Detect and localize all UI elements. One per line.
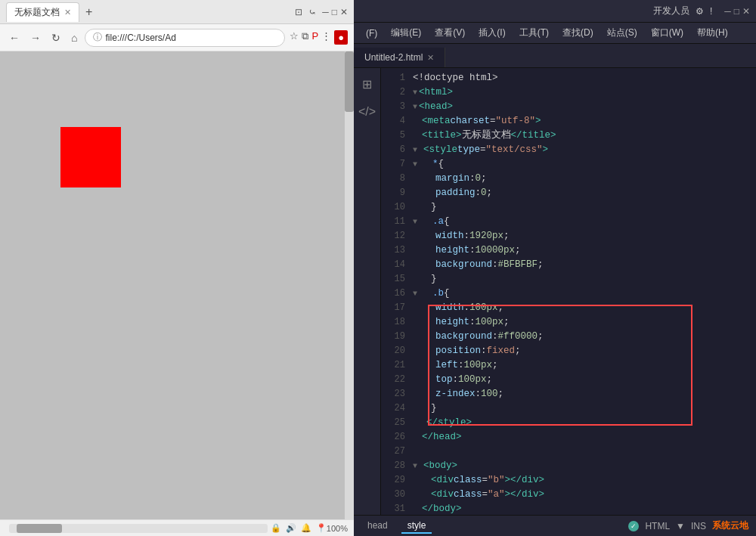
code-line-20: 20 position: fixed; [381, 344, 756, 358]
horizontal-scrollbar[interactable] [9, 524, 268, 533]
maximize-button[interactable]: □ [332, 7, 337, 17]
browser-scrollbar[interactable] [345, 51, 354, 519]
minimize-button[interactable]: ─ [322, 7, 329, 17]
close-tab-icon[interactable]: ✕ [64, 8, 71, 17]
menu-file[interactable]: (F) [360, 26, 383, 40]
reload-button[interactable]: ↻ [48, 30, 64, 45]
code-line-29: 29 <div class="b"></div> [381, 473, 756, 488]
fold-28[interactable]: ▼ [413, 459, 417, 473]
editor-sidebar: ⊞ </> [354, 68, 381, 515]
code-line-14: 14 background: #BFBFBF; [381, 258, 756, 272]
code-line-22: 22 top: 100px; [381, 373, 756, 387]
address-text: file:///C:/Users/Ad [105, 33, 175, 43]
lock-icon: ⓘ [93, 31, 102, 44]
editor-footer: head style ✓ HTML ▼ INS 系统云地 [354, 515, 756, 536]
refresh-icon[interactable]: ⤿ [308, 7, 316, 17]
editor-menu-bar: (F) 编辑(E) 查看(V) 插入(I) 工具(T) 查找(D) 站点(S) … [354, 23, 756, 44]
menu-help[interactable]: 帮助(H) [691, 25, 734, 41]
editor-tab-close-icon[interactable]: ✕ [427, 53, 434, 63]
editor-tab-file[interactable]: Untitled-2.html ✕ [354, 48, 445, 67]
pdf-icon[interactable]: P [311, 30, 318, 45]
menu-find[interactable]: 查找(D) [556, 25, 600, 41]
browser-action-icon[interactable]: ● [334, 30, 348, 45]
menu-icon[interactable]: ⋮ [321, 30, 331, 45]
menu-insert[interactable]: 插入(I) [472, 25, 511, 41]
fold-6[interactable]: ▼ [413, 143, 417, 157]
new-tab-button[interactable]: + [82, 5, 95, 19]
home-button[interactable]: ⌂ [68, 30, 80, 45]
notification-icon: 🔔 [301, 523, 311, 533]
code-line-28: 28 ▼ <body> [381, 459, 756, 473]
forward-button[interactable]: → [27, 30, 44, 45]
code-line-21: 21 left: 100px; [381, 358, 756, 373]
settings-icon[interactable]: ⚙ [696, 6, 704, 17]
security-icon: 🔒 [271, 523, 281, 533]
code-line-9: 9 padding: 0; [381, 186, 756, 200]
code-line-8: 8 margin: 0; [381, 172, 756, 186]
code-line-18: 18 height: 100px; [381, 315, 756, 330]
code-line-1: 1 <!doctype html> [381, 71, 756, 85]
dev-tools-label: 开发人员 [653, 5, 689, 17]
menu-window[interactable]: 窗口(W) [645, 25, 689, 41]
editor-minimize-button[interactable]: ─ [724, 6, 731, 17]
editor-body: ⊞ </> 1 <!doctype html> 2 ▼ <html> 3 [354, 68, 756, 515]
code-line-26: 26 </head> [381, 430, 756, 445]
code-line-31: 31 </body> [381, 502, 756, 515]
code-line-6: 6 ▼ <style type="text/css"> [381, 143, 756, 157]
code-line-4: 4 <meta charset="utf-8"> [381, 114, 756, 129]
titlebar-controls: ⊡ ⤿ ─ □ ✕ [295, 7, 348, 17]
close-button[interactable]: ✕ [340, 7, 348, 17]
h-scrollbar-thumb[interactable] [17, 524, 62, 533]
location-icon: 📍 [316, 523, 327, 533]
back-button[interactable]: ← [6, 30, 23, 45]
menu-edit[interactable]: 编辑(E) [385, 25, 427, 41]
bookmark-icon[interactable]: ☆ [290, 30, 299, 45]
code-line-12: 12 width: 1920px; [381, 229, 756, 243]
separator: ! [710, 6, 712, 17]
status-badge: ✓ [628, 521, 639, 531]
tab-title: 无标题文档 [14, 6, 60, 19]
code-area: 1 <!doctype html> 2 ▼ <html> 3 ▼ <head> [381, 68, 756, 515]
editor-maximize-button[interactable]: □ [734, 6, 739, 17]
editor-close-button[interactable]: ✕ [742, 6, 750, 17]
code-line-23: 23 z-index: 100; [381, 387, 756, 401]
fold-7[interactable]: ▼ [413, 157, 417, 172]
menu-view[interactable]: 查看(V) [429, 25, 471, 41]
code-line-2: 2 ▼ <html> [381, 85, 756, 100]
zoom-level: 100% [327, 524, 348, 533]
scrollbar-thumb[interactable] [345, 51, 354, 112]
code-line-17: 17 width: 100px; [381, 301, 756, 315]
footer-tab-head[interactable]: head [361, 519, 394, 534]
code-line-25: 25 </style> [381, 416, 756, 430]
cast-icon[interactable]: ⊡ [295, 7, 302, 17]
footer-ins: INS [691, 521, 706, 531]
browser-tab[interactable]: 无标题文档 ✕ [6, 2, 79, 22]
code-line-19: 19 background: #ff0000; [381, 330, 756, 344]
extension-icon[interactable]: ⧉ [302, 30, 308, 45]
browser-toolbar: ← → ↻ ⌂ ⓘ file:///C:/Users/Ad ☆ ⧉ P ⋮ ● [0, 24, 354, 51]
footer-tab-style[interactable]: style [401, 519, 432, 534]
fold-2[interactable]: ▼ [413, 85, 417, 100]
browser-titlebar: 无标题文档 ✕ + ⊡ ⤿ ─ □ ✕ [0, 0, 354, 24]
address-bar[interactable]: ⓘ file:///C:/Users/Ad [85, 29, 285, 47]
window-controls: ─ □ ✕ [322, 7, 348, 17]
code-line-13: 13 height: 10000px; [381, 243, 756, 258]
fold-11[interactable]: ▼ [413, 215, 417, 229]
editor-tab-label: Untitled-2.html [364, 52, 423, 63]
code-icon[interactable]: </> [355, 102, 379, 122]
footer-right: ✓ HTML ▼ INS 系统云地 [628, 519, 748, 532]
editor-window: 开发人员 ⚙ ! ─ □ ✕ (F) 编辑(E) 查看(V) 插入(I) 工具(… [354, 0, 756, 536]
fold-16[interactable]: ▼ [413, 287, 417, 301]
fold-3[interactable]: ▼ [413, 100, 417, 114]
menu-tools[interactable]: 工具(T) [513, 25, 555, 41]
menu-site[interactable]: 站点(S) [601, 25, 643, 41]
code-line-10: 10 } [381, 200, 756, 215]
code-line-7: 7 ▼ *{ [381, 157, 756, 172]
grid-icon[interactable]: ⊞ [359, 74, 375, 94]
footer-language: HTML [645, 521, 670, 531]
code-line-15: 15 } [381, 272, 756, 287]
code-line-30: 30 <div class="a"></div> [381, 488, 756, 502]
code-line-24: 24 } [381, 401, 756, 416]
code-line-3: 3 ▼ <head> [381, 100, 756, 114]
toolbar-icons: ☆ ⧉ P ⋮ ● [290, 30, 348, 45]
